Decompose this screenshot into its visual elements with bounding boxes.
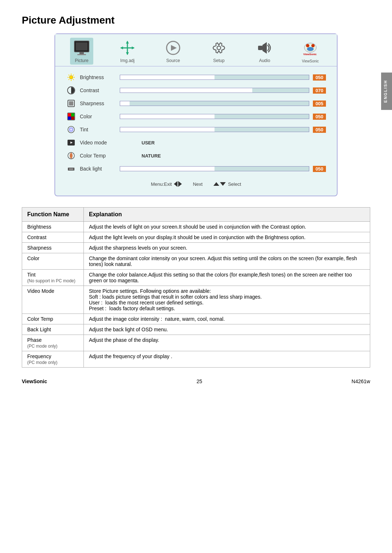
tab-viewsonic-label: ViewSonic [302,59,319,63]
svg-marker-6 [126,41,129,44]
svg-marker-8 [120,46,123,49]
menu-exit-label: Menu:Exit [151,181,172,187]
color-value: 050 [313,114,326,120]
svg-marker-14 [262,42,267,54]
tint-value: 050 [313,127,326,133]
right-arrow-icon [178,181,182,187]
tab-viewsonic[interactable]: ViewSonic ViewSonic [299,39,322,65]
row-name-brightness: Brightness [22,222,84,232]
table-row: Color Temp Adjust the image color intens… [22,314,370,324]
color-bar [120,114,309,119]
source-icon [164,39,182,57]
osd-navigation: Menu:Exit Next Select [66,178,326,187]
colortemp-icon [66,151,76,161]
tab-audio[interactable]: Audio [253,38,276,65]
footer-page-number: 25 [196,378,202,384]
row-name-contrast: Contrast [22,232,84,243]
svg-rect-2 [79,52,84,54]
osd-row-contrast: Contrast 070 [66,85,326,95]
setup-icon [210,39,228,57]
osd-tabs: Picture Img.adj [55,34,337,66]
picture-icon [73,39,90,57]
osd-row-colortemp: Color Temp NATURE [66,151,326,161]
contrast-icon [66,85,76,95]
colortemp-label: Color Temp [80,153,116,159]
svg-line-26 [73,79,74,80]
row-explanation-backlight: Adjust the back light of OSD menu. [84,324,370,335]
svg-point-18 [307,47,314,51]
svg-rect-30 [69,101,73,106]
svg-rect-35 [71,116,74,120]
table-row: Contrast Adjust the light levels on your… [22,232,370,243]
row-name-frequency: Frequency (PC mode only) [22,351,84,368]
tab-imgadj[interactable]: Img.adj [116,38,139,65]
tint-bar [120,127,309,132]
videomode-icon [66,138,76,148]
osd-row-backlight: Back light 050 [66,164,326,174]
table-row: Sharpness Adjust the sharpness levels on… [22,243,370,253]
tab-imgadj-label: Img.adj [120,58,134,63]
row-explanation-brightness: Adjust the levels of light on your scree… [84,222,370,232]
colortemp-value: NATURE [142,153,161,159]
next-label: Next [193,181,203,187]
sharpness-value: 005 [313,101,326,107]
svg-text:ViewSonic: ViewSonic [303,53,317,56]
svg-rect-13 [258,46,262,50]
nav-select: Select [213,181,241,187]
down-arrow-icon [220,182,226,186]
osd-row-color: Color 050 [66,111,326,122]
imgadj-icon [119,39,136,57]
tint-icon [66,124,76,135]
brightness-label: Brightness [80,74,116,80]
row-name-videomode: Video Mode [22,286,84,314]
svg-rect-3 [77,54,86,55]
tab-source[interactable]: Source [162,38,185,65]
page-footer: ViewSonic 25 N4261w [22,378,370,384]
svg-rect-34 [68,116,71,120]
svg-point-16 [306,44,309,47]
row-explanation-phase: Adjust the phase of the display. [84,335,370,351]
tint-sub-label: (No support in PC mode) [27,278,75,283]
function-table: Function Name Explanation Brightness Adj… [22,207,370,368]
tab-setup[interactable]: Setup [207,38,230,65]
col-function-name-header: Function Name [22,208,84,222]
osd-row-sharpness: Sharpness 005 [66,98,326,108]
svg-marker-9 [132,46,135,49]
row-name-colortemp: Color Temp [22,314,84,324]
brightness-bar [120,75,309,80]
svg-line-28 [69,79,69,80]
osd-content: Brightness 050 Contrast 070 [55,66,337,190]
backlight-icon [66,164,76,174]
nav-menu-exit: Menu:Exit [151,181,182,187]
color-icon [66,111,76,122]
tab-audio-label: Audio [259,58,270,63]
svg-rect-1 [76,42,87,50]
row-explanation-sharpness: Adjust the sharpness levels on your scre… [84,243,370,253]
frequency-sub-label: (PC mode only) [27,360,57,365]
tab-picture[interactable]: Picture [70,38,93,65]
contrast-value: 070 [313,87,326,94]
table-row: Color Change the dominant color intensit… [22,253,370,270]
row-explanation-color: Change the dominant color intensity on y… [84,253,370,270]
tint-label: Tint [80,127,116,132]
footer-model: N4261w [352,378,370,384]
contrast-label: Contrast [80,87,116,93]
svg-point-37 [69,127,73,132]
page-title: Picture Adjustment [22,15,370,26]
tab-picture-label: Picture [75,58,88,63]
viewsonic-icon: ViewSonic [302,40,319,58]
row-explanation-frequency: Adjust the frequency of your display . [84,351,370,368]
row-name-color: Color [22,253,84,270]
row-explanation-colortemp: Adjust the image color intensity : natur… [84,314,370,324]
table-row: Video Mode Store Picture settings. Follo… [22,286,370,314]
ud-arrows [213,182,226,186]
row-name-backlight: Back Light [22,324,84,335]
table-row: Brightness Adjust the levels of light on… [22,222,370,232]
row-name-phase: Phase (PC mode only) [22,335,84,351]
color-label: Color [80,114,116,119]
table-row: Frequency (PC mode only) Adjust the freq… [22,351,370,368]
svg-line-27 [73,75,74,75]
osd-row-brightness: Brightness 050 [66,72,326,82]
up-arrow-icon [213,182,219,186]
svg-point-20 [69,75,73,79]
